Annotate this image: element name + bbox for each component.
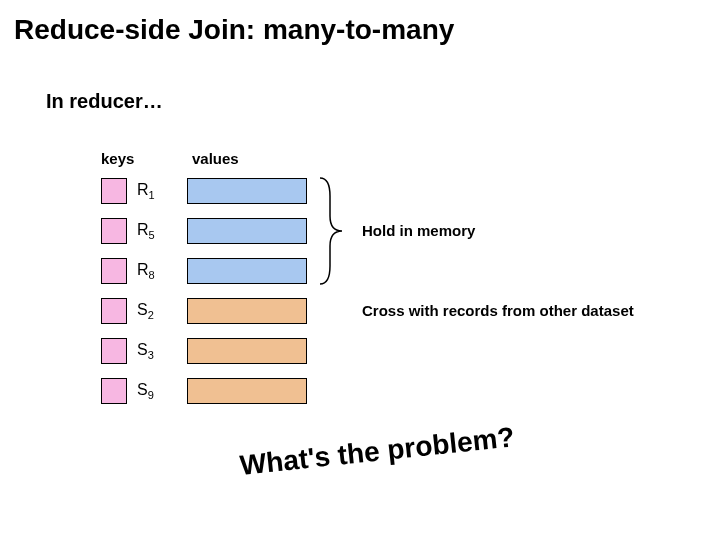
key-box xyxy=(101,378,127,404)
hold-annotation: Hold in memory xyxy=(362,222,475,239)
value-box xyxy=(187,218,307,244)
cross-annotation: Cross with records from other dataset xyxy=(362,302,634,319)
value-box xyxy=(187,258,307,284)
table-row: S2 xyxy=(101,298,307,324)
key-label: S3 xyxy=(137,341,171,361)
values-header: values xyxy=(192,150,239,167)
key-box xyxy=(101,178,127,204)
brace-icon xyxy=(316,176,346,286)
key-box xyxy=(101,298,127,324)
key-label: R1 xyxy=(137,181,171,201)
key-box xyxy=(101,258,127,284)
value-box xyxy=(187,298,307,324)
table-row: S9 xyxy=(101,378,307,404)
value-box xyxy=(187,178,307,204)
slide-title: Reduce-side Join: many-to-many xyxy=(14,14,454,46)
key-label: R5 xyxy=(137,221,171,241)
key-label: S9 xyxy=(137,381,171,401)
value-box xyxy=(187,378,307,404)
key-box xyxy=(101,338,127,364)
key-label: R8 xyxy=(137,261,171,281)
table-row: S3 xyxy=(101,338,307,364)
key-box xyxy=(101,218,127,244)
key-label: S2 xyxy=(137,301,171,321)
table-row: R8 xyxy=(101,258,307,284)
table-row: R1 xyxy=(101,178,307,204)
question-text: What's the problem? xyxy=(238,421,516,482)
value-box xyxy=(187,338,307,364)
keys-header: keys xyxy=(101,150,134,167)
slide-subtitle: In reducer… xyxy=(46,90,163,113)
table-row: R5 xyxy=(101,218,307,244)
